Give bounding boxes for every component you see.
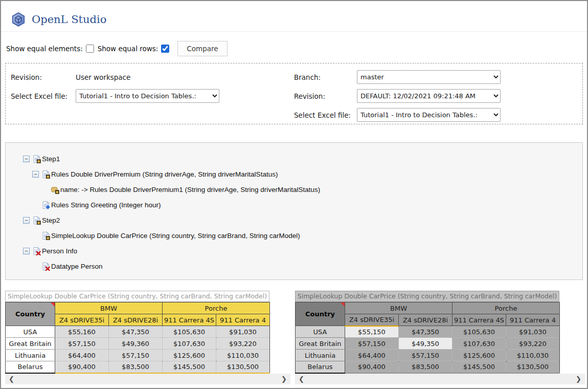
tree-item-carprice[interactable]: SimpleLookup Double CarPrice (String cou… bbox=[12, 228, 576, 243]
price-cell: $64,400 bbox=[55, 350, 109, 361]
table-row: USA $55,160 $47,350 $105,630 $91,030 bbox=[6, 326, 270, 338]
table-row: Great Britain $57,150 $49,360 $107,630 $… bbox=[6, 338, 270, 350]
brand-header: Porche bbox=[163, 302, 270, 314]
corner-header-cell: Country bbox=[296, 302, 345, 326]
table-row: Belarus $90,400 $83,500 $145,500 $130,50… bbox=[6, 361, 270, 373]
price-cell: $47,350 bbox=[109, 326, 163, 338]
price-cell: $93,220 bbox=[216, 338, 270, 350]
show-equal-rows-checkbox[interactable] bbox=[161, 45, 169, 53]
price-cell: $145,500 bbox=[453, 361, 506, 373]
tree-item-label: Person Info bbox=[42, 247, 77, 255]
table-row: Lithuania $64,400 $57,150 $125,600 $110,… bbox=[6, 350, 270, 361]
tree-item-label: Rules String Greeting (Integer hour) bbox=[51, 201, 161, 209]
country-cell: Great Britain bbox=[6, 338, 55, 350]
tree-item-person-info[interactable]: − Person Info bbox=[12, 243, 576, 258]
left-excel-file-select[interactable]: Tutorial1 - Intro to Decision Tables.: bbox=[76, 89, 219, 103]
right-revision-label: Revision: bbox=[294, 92, 357, 100]
scroll-left-icon[interactable]: ❮ bbox=[299, 376, 304, 382]
left-revision-label: Revision: bbox=[11, 73, 76, 81]
model-header: 911 Carrera 4 bbox=[216, 314, 270, 326]
tree-item-step1[interactable]: − Step1 bbox=[12, 151, 576, 166]
left-table-hscrollbar[interactable]: ❮ ❯ bbox=[5, 374, 290, 384]
show-equal-elements-label: Show equal elements: bbox=[6, 45, 83, 53]
price-cell: $49,360 bbox=[109, 338, 163, 350]
right-revision-column: Branch: master Revision: DEFAULT: 12/02/… bbox=[294, 70, 577, 124]
right-table: SimpleLookup Double CarPrice (String cou… bbox=[295, 291, 585, 384]
right-carprice-grid: Country BMW Porche Z4 sDRIVE35i Z4 sDRIV… bbox=[295, 302, 560, 374]
comparison-tables: SimpleLookup Double CarPrice (String cou… bbox=[5, 291, 587, 384]
tree-item-datatype-person[interactable]: Datatype Person bbox=[12, 258, 576, 274]
right-file-label: Select Excel file: bbox=[294, 111, 357, 119]
openl-logo-icon bbox=[11, 12, 26, 27]
country-cell: Lithuania bbox=[296, 350, 345, 361]
left-file-label: Select Excel file: bbox=[11, 92, 76, 100]
country-cell: Belarus bbox=[296, 361, 345, 373]
country-cell: USA bbox=[296, 326, 345, 338]
price-cell: $130,500 bbox=[216, 361, 270, 373]
price-cell: $83,500 bbox=[109, 361, 163, 373]
collapse-icon[interactable]: − bbox=[23, 248, 30, 254]
price-cell: $145,500 bbox=[163, 361, 216, 373]
right-table-hscrollbar[interactable]: ❮ ❯ bbox=[295, 374, 585, 384]
branch-label: Branch: bbox=[294, 73, 357, 81]
price-cell: $91,030 bbox=[506, 326, 560, 338]
price-cell: $93,220 bbox=[506, 338, 560, 350]
price-cell: $110,030 bbox=[216, 350, 270, 361]
collapse-icon[interactable]: − bbox=[32, 171, 39, 178]
sheet-modified-icon bbox=[41, 231, 50, 240]
left-carprice-grid: Country BMW Porche Z4 sDRIVE35i Z4 sDRIV… bbox=[5, 302, 270, 374]
price-cell: $55,160 bbox=[55, 326, 109, 338]
model-header: 911 Carrera 4S bbox=[163, 314, 216, 326]
price-cell: $110,030 bbox=[506, 350, 560, 361]
app-header: OpenL Studio bbox=[1, 1, 587, 32]
compare-button[interactable]: Compare bbox=[177, 41, 227, 56]
sheet-modified-icon bbox=[32, 155, 41, 163]
left-table: SimpleLookup Double CarPrice (String cou… bbox=[5, 291, 290, 384]
left-table-title: SimpleLookup Double CarPrice (String cou… bbox=[5, 291, 269, 302]
table-row: USA $55,150 $47,350 $105,630 $91,030 bbox=[296, 326, 560, 338]
model-header: Z4 sDRIVE28i bbox=[399, 314, 453, 326]
tree-item-step2[interactable]: − Step2 bbox=[12, 212, 576, 228]
price-cell: $125,600 bbox=[453, 350, 506, 361]
table-row: Great Britain $57,150 $49,350 $107,630 $… bbox=[296, 338, 560, 350]
scroll-right-icon[interactable]: ❯ bbox=[576, 376, 581, 382]
brand-header: BMW bbox=[345, 302, 453, 314]
diff-marker-icon bbox=[51, 302, 55, 307]
tree-item-greeting[interactable]: Rules String Greeting (Integer hour) bbox=[12, 197, 576, 212]
page-title: OpenL Studio bbox=[32, 13, 106, 26]
tree-item-label: SimpleLookup Double CarPrice (String cou… bbox=[51, 232, 300, 240]
branch-select[interactable]: master bbox=[357, 70, 501, 84]
model-header: 911 Carrera 4 bbox=[506, 314, 560, 326]
tree-item-label: Step2 bbox=[42, 217, 60, 224]
model-header: Z4 sDRIVE35i bbox=[55, 314, 109, 326]
brand-header: Porche bbox=[453, 302, 560, 314]
sheet-modified-icon bbox=[41, 170, 50, 179]
revision-selection-panel: Revision: User workspace Select Excel fi… bbox=[5, 63, 583, 124]
model-header: Z4 sDRIVE28i bbox=[109, 314, 163, 326]
right-revision-select[interactable]: DEFAULT: 12/02/2021 09:21:48 AM bbox=[357, 89, 501, 103]
country-cell: Great Britain bbox=[296, 338, 345, 350]
right-table-title: SimpleLookup Double CarPrice (String cou… bbox=[295, 291, 559, 302]
scroll-left-icon[interactable]: ❮ bbox=[9, 376, 14, 382]
scroll-right-icon[interactable]: ❯ bbox=[281, 376, 287, 382]
price-cell: $107,630 bbox=[453, 338, 506, 350]
collapse-icon[interactable]: − bbox=[23, 217, 30, 224]
brand-header: BMW bbox=[55, 302, 163, 314]
left-revision-column: Revision: User workspace Select Excel fi… bbox=[11, 70, 294, 124]
tree-item-driverpremium[interactable]: − Rules Double DriverPremium (String dri… bbox=[12, 166, 576, 182]
price-cell: $105,630 bbox=[163, 326, 216, 338]
sheet-deleted-icon bbox=[41, 262, 50, 271]
price-cell: $47,350 bbox=[399, 326, 453, 338]
model-header: 911 Carrera 4S bbox=[453, 314, 506, 326]
show-equal-elements-checkbox[interactable] bbox=[86, 45, 94, 53]
collapse-icon[interactable]: − bbox=[23, 156, 30, 162]
tree-item-label: Rules Double DriverPremium (String drive… bbox=[51, 170, 278, 178]
tree-item-name-property[interactable]: name: -> Rules Double DriverPremium1 (St… bbox=[12, 182, 576, 197]
model-header: Z4 sDRIVE35i bbox=[345, 314, 399, 326]
price-cell: $57,150 bbox=[399, 350, 453, 361]
diff-marker-icon bbox=[341, 302, 345, 307]
sheet-deleted-icon bbox=[32, 247, 41, 255]
price-cell: $91,030 bbox=[216, 326, 270, 338]
price-cell: $125,600 bbox=[163, 350, 216, 361]
right-excel-file-select[interactable]: Tutorial1 - Intro to Decision Tables.: bbox=[357, 108, 501, 122]
